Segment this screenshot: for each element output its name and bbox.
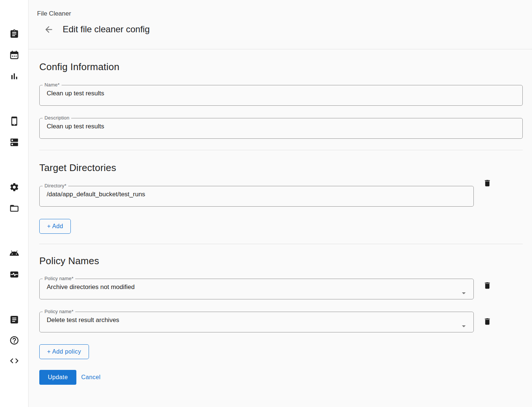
section-divider [39, 150, 523, 150]
sidebar-item-monitoring[interactable] [7, 267, 21, 281]
sidebar-item-devices[interactable] [7, 114, 21, 128]
page-title: Edit file cleaner config [63, 24, 150, 35]
page-header: File Cleaner Edit file cleaner config [29, 0, 532, 49]
description-value: Clean up test results [40, 121, 522, 130]
name-label: Name* [43, 82, 62, 88]
delete-directory-button[interactable] [482, 178, 492, 188]
name-value: Clean up test results [40, 88, 522, 97]
directory-input[interactable]: Directory* /data/app_default_bucket/test… [39, 183, 474, 207]
section-title-config-information: Config Information [39, 61, 523, 73]
trash-icon [483, 179, 492, 187]
trash-icon [483, 281, 492, 290]
policy-name-label: Policy name* [43, 309, 75, 314]
help-icon [9, 335, 19, 345]
article-icon [9, 315, 19, 325]
delete-policy-button[interactable] [482, 280, 492, 291]
policy-name-label: Policy name* [43, 276, 75, 281]
sidebar-item-settings[interactable] [7, 180, 21, 194]
android-icon [9, 248, 19, 258]
policy-row: Policy name* Delete test result archives [39, 299, 523, 332]
arrow-back-icon [44, 24, 54, 35]
dropdown-arrow-icon [459, 289, 468, 298]
directory-value: /data/app_default_bucket/test_runs [40, 188, 473, 198]
update-button[interactable]: Update [39, 370, 76, 385]
section-divider [39, 244, 523, 244]
delete-policy-button[interactable] [482, 316, 492, 326]
monitor-heart-icon [9, 269, 19, 279]
sidebar-item-reports[interactable] [7, 69, 21, 83]
form-actions: Update Cancel [39, 370, 523, 385]
sidebar-item-code[interactable] [7, 354, 21, 367]
code-icon [9, 356, 19, 366]
sidebar-item-files[interactable] [7, 201, 21, 215]
bar-chart-icon [9, 71, 19, 81]
sidebar-item-android[interactable] [7, 246, 21, 260]
policy-name-select-1[interactable]: Policy name* Archive directories not mod… [39, 276, 474, 299]
smartphone-icon [9, 116, 19, 126]
description-input[interactable]: Description Clean up test results [39, 115, 523, 139]
app-title: File Cleaner [37, 10, 532, 17]
dropdown-arrow-icon [459, 322, 468, 331]
policy-name-value: Delete test result archives [40, 314, 473, 324]
add-directory-button[interactable]: + Add [39, 219, 71, 234]
calendar-icon [9, 50, 19, 60]
gear-icon [9, 182, 19, 192]
add-policy-button[interactable]: + Add policy [39, 344, 89, 359]
sidebar-item-help[interactable] [7, 334, 21, 347]
section-title-policy-names: Policy Names [39, 255, 523, 267]
assignment-icon [9, 29, 19, 39]
trash-icon [483, 317, 492, 326]
directory-row: Directory* /data/app_default_bucket/test… [39, 174, 523, 207]
policy-name-select-2[interactable]: Policy name* Delete test result archives [39, 309, 474, 332]
sidebar-item-schedule[interactable] [7, 48, 21, 62]
dns-icon [9, 137, 19, 147]
sidebar-item-tasks[interactable] [7, 27, 21, 40]
sidebar-item-servers[interactable] [7, 135, 21, 149]
sidebar [0, 0, 29, 407]
back-button[interactable] [43, 24, 54, 35]
main-area: File Cleaner Edit file cleaner config Co… [29, 0, 532, 407]
section-title-target-directories: Target Directories [39, 162, 523, 174]
description-label: Description [43, 115, 71, 121]
directory-label: Directory* [43, 183, 68, 188]
form-content: Config Information Name* Clean up test r… [29, 49, 532, 385]
folder-icon [9, 203, 19, 213]
policy-row: Policy name* Archive directories not mod… [39, 267, 523, 299]
policy-name-value: Archive directories not modified [40, 281, 473, 291]
name-input[interactable]: Name* Clean up test results [39, 82, 523, 106]
cancel-button[interactable]: Cancel [81, 374, 100, 381]
sidebar-item-logs[interactable] [7, 313, 21, 326]
